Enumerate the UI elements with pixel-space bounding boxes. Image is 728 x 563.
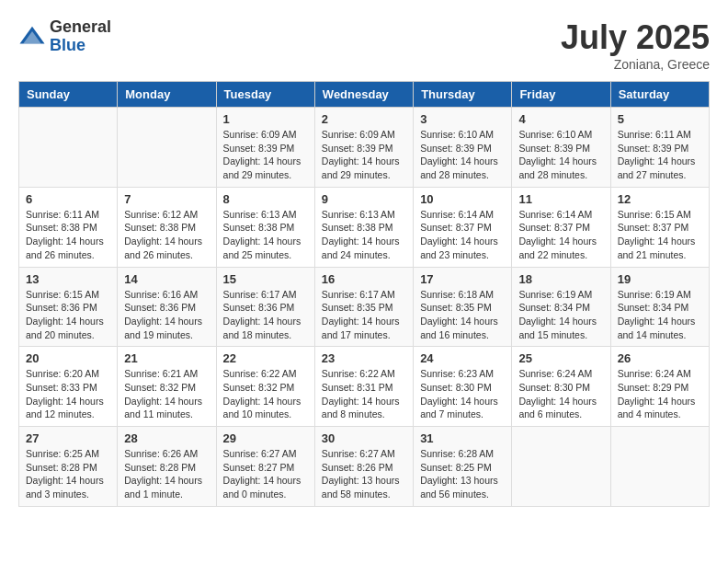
day-info: Sunrise: 6:10 AM Sunset: 8:39 PM Dayligh… xyxy=(420,128,505,182)
logo: General Blue xyxy=(18,18,111,55)
logo-blue: Blue xyxy=(50,37,111,55)
calendar-day-cell: 30Sunrise: 6:27 AM Sunset: 8:26 PM Dayli… xyxy=(314,427,413,507)
page-header: General Blue July 2025 Zoniana, Greece xyxy=(18,18,710,72)
month-title: July 2025 xyxy=(561,18,710,57)
day-number: 20 xyxy=(26,351,110,365)
weekday-header-row: SundayMondayTuesdayWednesdayThursdayFrid… xyxy=(19,82,710,108)
day-info: Sunrise: 6:21 AM Sunset: 8:32 PM Dayligh… xyxy=(124,367,209,421)
weekday-header: Sunday xyxy=(19,82,118,108)
calendar-day-cell: 29Sunrise: 6:27 AM Sunset: 8:27 PM Dayli… xyxy=(216,427,314,507)
calendar-week-row: 6Sunrise: 6:11 AM Sunset: 8:38 PM Daylig… xyxy=(19,187,710,267)
day-number: 2 xyxy=(322,112,406,126)
day-info: Sunrise: 6:26 AM Sunset: 8:28 PM Dayligh… xyxy=(124,447,209,501)
day-number: 30 xyxy=(322,431,406,445)
day-number: 21 xyxy=(124,351,209,365)
calendar-day-cell xyxy=(610,427,709,507)
calendar-day-cell xyxy=(118,108,216,188)
day-number: 7 xyxy=(124,192,209,206)
day-info: Sunrise: 6:24 AM Sunset: 8:29 PM Dayligh… xyxy=(618,367,702,421)
day-info: Sunrise: 6:10 AM Sunset: 8:39 PM Dayligh… xyxy=(518,128,603,182)
day-info: Sunrise: 6:13 AM Sunset: 8:38 PM Dayligh… xyxy=(322,208,406,262)
day-info: Sunrise: 6:15 AM Sunset: 8:36 PM Dayligh… xyxy=(26,288,110,342)
day-number: 24 xyxy=(420,351,505,365)
calendar-day-cell: 20Sunrise: 6:20 AM Sunset: 8:33 PM Dayli… xyxy=(19,347,118,427)
day-number: 4 xyxy=(518,112,603,126)
day-info: Sunrise: 6:19 AM Sunset: 8:34 PM Dayligh… xyxy=(618,288,702,342)
day-number: 28 xyxy=(124,431,209,445)
calendar-day-cell: 1Sunrise: 6:09 AM Sunset: 8:39 PM Daylig… xyxy=(216,108,314,188)
day-number: 8 xyxy=(223,192,308,206)
day-info: Sunrise: 6:12 AM Sunset: 8:38 PM Dayligh… xyxy=(124,208,209,262)
calendar-day-cell: 25Sunrise: 6:24 AM Sunset: 8:30 PM Dayli… xyxy=(512,347,610,427)
day-number: 31 xyxy=(420,431,505,445)
calendar-day-cell: 10Sunrise: 6:14 AM Sunset: 8:37 PM Dayli… xyxy=(414,187,512,267)
calendar-day-cell: 3Sunrise: 6:10 AM Sunset: 8:39 PM Daylig… xyxy=(414,108,512,188)
weekday-header: Wednesday xyxy=(314,82,413,108)
day-number: 5 xyxy=(618,112,702,126)
calendar-table: SundayMondayTuesdayWednesdayThursdayFrid… xyxy=(18,81,710,507)
calendar-day-cell: 15Sunrise: 6:17 AM Sunset: 8:36 PM Dayli… xyxy=(216,267,314,347)
day-number: 12 xyxy=(618,192,702,206)
day-number: 17 xyxy=(420,272,505,286)
day-number: 13 xyxy=(26,272,110,286)
day-number: 16 xyxy=(322,272,406,286)
day-number: 19 xyxy=(618,272,702,286)
day-info: Sunrise: 6:18 AM Sunset: 8:35 PM Dayligh… xyxy=(420,288,505,342)
calendar-day-cell: 27Sunrise: 6:25 AM Sunset: 8:28 PM Dayli… xyxy=(19,427,118,507)
calendar-day-cell: 23Sunrise: 6:22 AM Sunset: 8:31 PM Dayli… xyxy=(314,347,413,427)
logo-text: General Blue xyxy=(50,18,111,55)
calendar-week-row: 20Sunrise: 6:20 AM Sunset: 8:33 PM Dayli… xyxy=(19,347,710,427)
logo-icon xyxy=(18,23,46,51)
day-number: 10 xyxy=(420,192,505,206)
calendar-day-cell: 5Sunrise: 6:11 AM Sunset: 8:39 PM Daylig… xyxy=(610,108,709,188)
weekday-header: Thursday xyxy=(414,82,512,108)
day-info: Sunrise: 6:27 AM Sunset: 8:26 PM Dayligh… xyxy=(322,447,406,501)
calendar-day-cell xyxy=(512,427,610,507)
calendar-day-cell: 22Sunrise: 6:22 AM Sunset: 8:32 PM Dayli… xyxy=(216,347,314,427)
day-info: Sunrise: 6:11 AM Sunset: 8:39 PM Dayligh… xyxy=(618,128,702,182)
weekday-header: Saturday xyxy=(610,82,709,108)
calendar-day-cell: 8Sunrise: 6:13 AM Sunset: 8:38 PM Daylig… xyxy=(216,187,314,267)
day-number: 11 xyxy=(518,192,603,206)
calendar-week-row: 13Sunrise: 6:15 AM Sunset: 8:36 PM Dayli… xyxy=(19,267,710,347)
calendar-week-row: 27Sunrise: 6:25 AM Sunset: 8:28 PM Dayli… xyxy=(19,427,710,507)
weekday-header: Friday xyxy=(512,82,610,108)
day-info: Sunrise: 6:27 AM Sunset: 8:27 PM Dayligh… xyxy=(223,447,308,501)
day-info: Sunrise: 6:23 AM Sunset: 8:30 PM Dayligh… xyxy=(420,367,505,421)
day-number: 29 xyxy=(223,431,308,445)
day-number: 26 xyxy=(618,351,702,365)
day-info: Sunrise: 6:09 AM Sunset: 8:39 PM Dayligh… xyxy=(223,128,308,182)
day-number: 18 xyxy=(518,272,603,286)
calendar-day-cell: 26Sunrise: 6:24 AM Sunset: 8:29 PM Dayli… xyxy=(610,347,709,427)
day-info: Sunrise: 6:20 AM Sunset: 8:33 PM Dayligh… xyxy=(26,367,110,421)
day-number: 23 xyxy=(322,351,406,365)
calendar-day-cell: 24Sunrise: 6:23 AM Sunset: 8:30 PM Dayli… xyxy=(414,347,512,427)
calendar-day-cell: 2Sunrise: 6:09 AM Sunset: 8:39 PM Daylig… xyxy=(314,108,413,188)
day-info: Sunrise: 6:14 AM Sunset: 8:37 PM Dayligh… xyxy=(420,208,505,262)
calendar-day-cell: 16Sunrise: 6:17 AM Sunset: 8:35 PM Dayli… xyxy=(314,267,413,347)
day-info: Sunrise: 6:19 AM Sunset: 8:34 PM Dayligh… xyxy=(518,288,603,342)
day-info: Sunrise: 6:09 AM Sunset: 8:39 PM Dayligh… xyxy=(322,128,406,182)
calendar-day-cell xyxy=(19,108,118,188)
weekday-header: Monday xyxy=(118,82,216,108)
day-info: Sunrise: 6:13 AM Sunset: 8:38 PM Dayligh… xyxy=(223,208,308,262)
day-info: Sunrise: 6:14 AM Sunset: 8:37 PM Dayligh… xyxy=(518,208,603,262)
title-block: July 2025 Zoniana, Greece xyxy=(561,18,710,72)
calendar-day-cell: 6Sunrise: 6:11 AM Sunset: 8:38 PM Daylig… xyxy=(19,187,118,267)
calendar-week-row: 1Sunrise: 6:09 AM Sunset: 8:39 PM Daylig… xyxy=(19,108,710,188)
day-info: Sunrise: 6:15 AM Sunset: 8:37 PM Dayligh… xyxy=(618,208,702,262)
calendar-day-cell: 17Sunrise: 6:18 AM Sunset: 8:35 PM Dayli… xyxy=(414,267,512,347)
day-number: 6 xyxy=(26,192,110,206)
calendar-day-cell: 11Sunrise: 6:14 AM Sunset: 8:37 PM Dayli… xyxy=(512,187,610,267)
day-number: 14 xyxy=(124,272,209,286)
location: Zoniana, Greece xyxy=(561,57,710,72)
day-number: 1 xyxy=(223,112,308,126)
day-info: Sunrise: 6:28 AM Sunset: 8:25 PM Dayligh… xyxy=(420,447,505,501)
day-info: Sunrise: 6:25 AM Sunset: 8:28 PM Dayligh… xyxy=(26,447,110,501)
day-info: Sunrise: 6:17 AM Sunset: 8:36 PM Dayligh… xyxy=(223,288,308,342)
calendar-day-cell: 9Sunrise: 6:13 AM Sunset: 8:38 PM Daylig… xyxy=(314,187,413,267)
day-info: Sunrise: 6:22 AM Sunset: 8:31 PM Dayligh… xyxy=(322,367,406,421)
calendar-day-cell: 31Sunrise: 6:28 AM Sunset: 8:25 PM Dayli… xyxy=(414,427,512,507)
calendar-day-cell: 18Sunrise: 6:19 AM Sunset: 8:34 PM Dayli… xyxy=(512,267,610,347)
day-info: Sunrise: 6:22 AM Sunset: 8:32 PM Dayligh… xyxy=(223,367,308,421)
